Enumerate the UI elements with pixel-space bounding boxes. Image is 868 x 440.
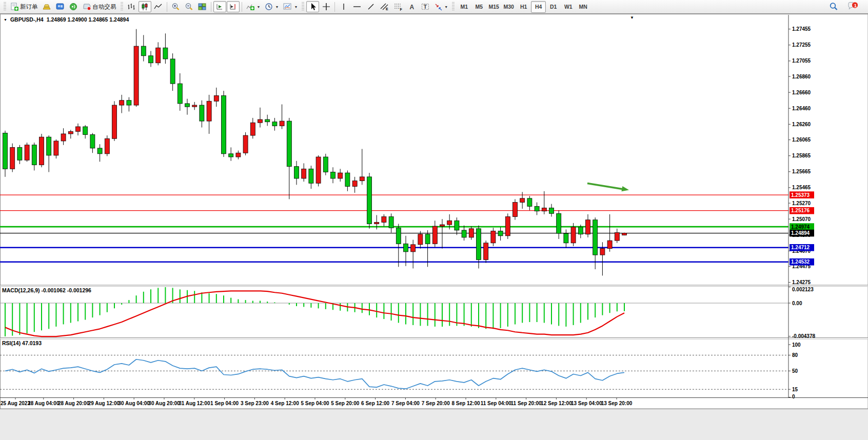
notifications-button[interactable]: 1: [844, 1, 861, 12]
chart-shift-icon: [229, 3, 237, 11]
arrows-button[interactable]: ▼: [432, 1, 450, 12]
equidistant-channel-icon: E: [380, 3, 389, 11]
search-button[interactable]: [827, 1, 840, 12]
vertical-line-button[interactable]: [337, 1, 350, 12]
zoom-out-button[interactable]: [183, 1, 195, 12]
crosshair-button[interactable]: [320, 1, 332, 12]
candle: [578, 227, 583, 234]
cursor-button[interactable]: [306, 1, 319, 12]
fibonacci-icon: F: [393, 3, 403, 11]
bar-chart-button[interactable]: [125, 1, 138, 12]
candle: [389, 217, 393, 228]
svg-text:E: E: [386, 7, 388, 11]
equidistant-channel-button[interactable]: E: [378, 1, 391, 12]
price-badge-label: 1.24532: [791, 259, 810, 265]
text-icon: A: [408, 3, 416, 11]
candle: [127, 101, 131, 105]
price-tick-label: 1.24275: [792, 279, 811, 285]
horizontal-line-button[interactable]: [350, 1, 364, 12]
candle: [163, 48, 168, 59]
candle: [382, 217, 386, 223]
price-tick-label: 1.27255: [792, 42, 811, 48]
rsi-axis-label: 15: [792, 387, 798, 392]
time-axis-label: 28 Aug 04:00: [28, 401, 60, 406]
price-tick-label: 1.25465: [792, 185, 811, 190]
candle: [25, 145, 29, 161]
candle: [571, 227, 576, 243]
gold-button[interactable]: [41, 1, 53, 12]
timeframe-button-mn[interactable]: MN: [576, 1, 590, 13]
candle: [513, 203, 518, 217]
chart-area[interactable]: 1.274551.272551.270551.268601.266601.264…: [0, 14, 868, 409]
trend-arrow-head: [621, 186, 629, 191]
text-button[interactable]: A: [405, 1, 418, 12]
macd-indicator-label: MACD(12,26,9) -0.001062 -0.001296: [2, 287, 91, 293]
candle: [440, 225, 445, 226]
price-badge-label: 1.25176: [791, 208, 810, 213]
price-tick-label: 1.25865: [792, 153, 811, 158]
candle: [229, 154, 233, 157]
candle: [97, 148, 102, 154]
indicators-icon: [246, 3, 255, 11]
trendline-button[interactable]: [364, 1, 377, 12]
toolbar-drag-handle[interactable]: [121, 2, 123, 11]
candle: [352, 181, 357, 187]
chart-shift-button[interactable]: [227, 1, 240, 12]
timeframe-button-w1[interactable]: W1: [561, 1, 576, 13]
candle: [520, 198, 525, 203]
auto-trading-button[interactable]: 自动交易: [81, 1, 119, 12]
periods-button[interactable]: ▼: [263, 1, 281, 12]
candle: [258, 119, 263, 123]
signals-button[interactable]: [67, 1, 80, 12]
toolbar-drag-handle[interactable]: [4, 2, 6, 11]
templates-button[interactable]: ▼: [281, 1, 300, 12]
window-dropdown-triangle-icon[interactable]: ▼: [630, 15, 634, 20]
time-axis-label: 11 Sep 20:00: [511, 401, 542, 406]
timeframe-button-m15[interactable]: M15: [486, 1, 501, 13]
fibonacci-button[interactable]: F: [391, 1, 405, 12]
candle: [141, 46, 146, 56]
timeframe-button-d1[interactable]: D1: [546, 1, 561, 13]
trend-arrow[interactable]: [587, 184, 623, 189]
candle: [607, 241, 612, 249]
candle: [54, 141, 58, 155]
symbol-period-label: GBPUSD-,H4: [10, 16, 44, 23]
candle-chart-button[interactable]: [139, 1, 151, 12]
line-chart-icon: [154, 3, 162, 11]
candle: [455, 221, 459, 230]
timeframe-button-h1[interactable]: H1: [516, 1, 531, 13]
candle: [3, 133, 8, 169]
signals-icon: [69, 3, 77, 11]
arrows-icon: [434, 3, 442, 11]
price-tick-label: 1.25070: [792, 216, 811, 222]
candle: [491, 231, 496, 243]
timeframe-button-h4[interactable]: H4: [531, 1, 546, 13]
timeframe-button-m30[interactable]: M30: [501, 1, 516, 13]
chart-menu-triangle-icon[interactable]: ▼: [4, 18, 7, 22]
tile-windows-icon: [198, 3, 206, 11]
auto-scroll-button[interactable]: [213, 1, 226, 12]
indicators-button[interactable]: ▼: [244, 1, 263, 12]
zoom-in-button[interactable]: [169, 1, 182, 12]
time-axis-label: 4 Sep 12:00: [271, 401, 299, 406]
timeframe-button-m1[interactable]: M1: [457, 1, 471, 13]
mql-community-button[interactable]: [54, 1, 67, 12]
candle: [200, 105, 204, 121]
time-axis-label: 6 Sep 12:00: [361, 401, 389, 406]
chevron-down-icon: ▼: [257, 5, 261, 9]
toolbar-drag-handle[interactable]: [302, 2, 304, 11]
timeframe-toolbar: M1M5M15M30H1H4D1W1MN: [457, 1, 590, 13]
toolbar-drag-handle[interactable]: [452, 2, 455, 11]
candle: [265, 119, 270, 122]
line-chart-button[interactable]: [152, 1, 165, 12]
ohlc-values: 1.24869 1.24900 1.24865 1.24894: [47, 16, 129, 23]
tile-windows-button[interactable]: [196, 1, 209, 12]
new-order-icon: [10, 3, 18, 11]
window-bottom-strip: [0, 409, 868, 440]
text-label-button[interactable]: T: [419, 1, 431, 12]
price-tick-label: 1.26860: [792, 74, 811, 79]
timeframe-button-m5[interactable]: M5: [471, 1, 486, 13]
new-order-button[interactable]: 新订单: [8, 1, 40, 12]
time-axis-label: 5 Sep 04:00: [301, 401, 329, 406]
templates-icon: [283, 3, 292, 11]
